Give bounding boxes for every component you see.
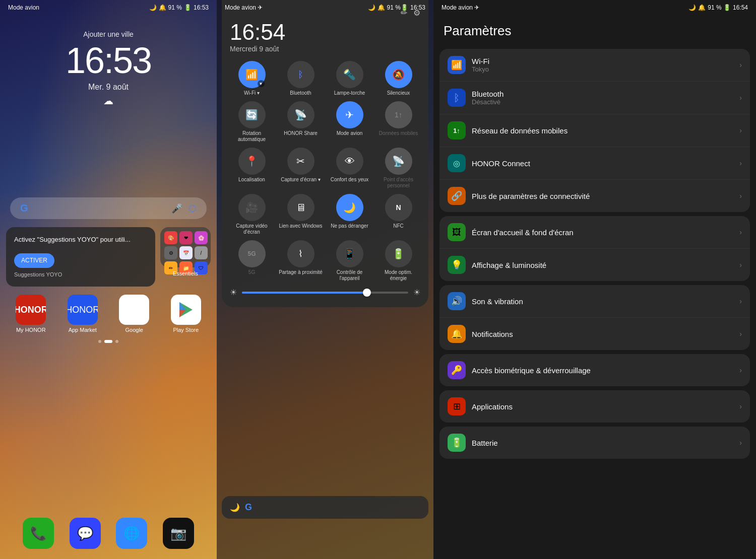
toggle-nfc[interactable]: N NFC — [376, 194, 420, 235]
settings-item-display[interactable]: 💡 Affichage & luminosité › — [439, 249, 750, 281]
toggle-hotspot[interactable]: 📡 Point d'accès personnel — [376, 148, 420, 189]
my-honor-label: My HONOR — [16, 327, 46, 333]
activate-button[interactable]: ACTIVER — [14, 253, 54, 268]
honor-connect-chevron-icon: › — [739, 159, 742, 167]
toggle-torch-circle: 🔦 — [336, 61, 363, 88]
play-store-icon — [177, 301, 195, 318]
wifi-arrow: ▼ — [258, 80, 265, 87]
my-honor-app[interactable]: HONOR My HONOR — [16, 295, 46, 333]
bell-icon: 🔔 — [159, 4, 166, 11]
toggle-record-label: Capture vidéo d'écran — [230, 223, 274, 235]
toggle-screen-record[interactable]: 🎥 Capture vidéo d'écran — [230, 194, 274, 235]
settings-item-mobile-data[interactable]: 1↑ Réseau de données mobiles › — [439, 114, 750, 147]
bluetooth-toggle-icon: ᛒ — [298, 69, 303, 80]
more-connectivity-chevron-icon: › — [739, 192, 742, 200]
toggle-dnd-circle: 🌙 — [336, 194, 363, 221]
dnd-icon: 🌙 — [343, 201, 356, 214]
settings-group-display: 🖼 Écran d'accueil & fond d'écran › 💡 Aff… — [439, 216, 750, 281]
display-label: Affichage & luminosité — [472, 261, 733, 269]
search-bar[interactable]: G 🎤 ⬡ — [10, 197, 207, 219]
display-chevron-icon: › — [739, 261, 742, 269]
toggle-wifi[interactable]: 📶 ▼ Wi-Fi ▾ — [230, 61, 274, 96]
toggle-device-control[interactable]: 📱 Contrôle de l'appareil — [328, 240, 371, 282]
wifi-value: Tokyo — [472, 65, 733, 73]
toggle-nfc-circle: N — [385, 194, 412, 221]
notifications-content: Notifications — [472, 330, 733, 338]
settings-item-wifi[interactable]: 📶 Wi-Fi Tokyo › — [439, 49, 750, 82]
settings-item-battery[interactable]: 🔋 Batterie › — [439, 427, 750, 459]
settings-item-apps[interactable]: ⊞ Applications › — [439, 390, 750, 423]
toggle-airplane-label: Mode avion — [337, 130, 363, 136]
toggle-bluetooth-circle: ᛒ — [287, 61, 314, 88]
moon-icon: 🌙 — [149, 4, 157, 11]
toggle-silent-circle: 🔕 — [385, 61, 412, 88]
wifi-label: Wi-Fi — [472, 57, 733, 65]
wifi-content: Wi-Fi Tokyo — [472, 57, 733, 73]
settings-item-honor-connect[interactable]: ◎ HONOR Connect › — [439, 147, 750, 180]
essentials-folder[interactable]: 🎨 ❤ 🌸 ⚙ 📅 / ✏ 📁 🛡 — [160, 227, 211, 267]
notifications-label: Notifications — [472, 330, 733, 338]
app-market-label: App Market — [69, 327, 97, 333]
battery-settings-icon: 🔋 — [448, 434, 466, 452]
settings-item-bluetooth[interactable]: ᛒ Bluetooth Désactivé › — [439, 82, 750, 114]
toggle-power-circle: 🔋 — [385, 240, 412, 267]
voice-search-icon[interactable]: 🎤 — [171, 203, 182, 214]
google-app[interactable]: Google — [119, 295, 149, 333]
toggle-torch[interactable]: 🔦 Lampe-torche — [328, 61, 371, 96]
settings-item-notifications[interactable]: 🔔 Notifications › — [439, 318, 750, 350]
windows-icon: 🖥 — [296, 202, 306, 214]
toggle-torch-label: Lampe-torche — [334, 90, 365, 96]
brightness-high-icon: ☀ — [413, 288, 420, 297]
settings-item-sound[interactable]: 🔊 Son & vibration › — [439, 285, 750, 318]
toggle-airplane[interactable]: ✈ Mode avion — [328, 101, 371, 143]
toggle-dnd[interactable]: 🌙 Ne pas déranger — [328, 194, 371, 235]
toggle-eye-comfort[interactable]: 👁 Confort des yeux — [328, 148, 371, 189]
toggle-windows-link[interactable]: 🖥 Lien avec Windows — [279, 194, 323, 235]
toggle-nearby[interactable]: ⌇ Partage à proximité — [279, 240, 323, 282]
toggle-data[interactable]: 1↑ Données mobiles — [376, 101, 420, 143]
toggle-silent[interactable]: 🔕 Silencieux — [376, 61, 420, 96]
app-market-app[interactable]: HONOR App Market — [68, 295, 98, 333]
notifications-chevron-icon: › — [739, 330, 742, 338]
biometric-chevron-icon: › — [739, 366, 742, 374]
bluetooth-value: Désactivé — [472, 98, 733, 106]
page-dots — [0, 340, 217, 343]
toggle-power-mode[interactable]: 🔋 Mode optim. énergie — [376, 240, 420, 282]
settings-item-home-screen[interactable]: 🖼 Écran d'accueil & fond d'écran › — [439, 216, 750, 249]
apps-icon: ⊞ — [448, 397, 466, 415]
toggle-device-label: Contrôle de l'appareil — [328, 269, 371, 282]
messages-dock-app[interactable]: 💬 — [70, 518, 101, 549]
power-icon: 🔋 — [392, 248, 405, 260]
settings-item-biometric[interactable]: 🔑 Accès biométrique & déverrouillage › — [439, 354, 750, 386]
phone-dock-app[interactable]: 📞 — [23, 518, 54, 549]
folder-app-1: 🎨 — [164, 231, 177, 244]
sound-content: Son & vibration — [472, 297, 733, 306]
toggle-eye-circle: 👁 — [336, 148, 363, 175]
my-honor-icon: HONOR — [16, 305, 46, 315]
messages-icon: 💬 — [77, 526, 93, 541]
toggle-5g[interactable]: 5G 5G — [230, 240, 274, 282]
moon-small-icon: 🌙 — [230, 503, 240, 512]
toggle-hotspot-label: Point d'accès personnel — [376, 177, 420, 189]
data-icon: 1↑ — [395, 111, 402, 119]
bluetooth-chevron-icon: › — [739, 94, 742, 102]
toggle-rotation-circle: 🔄 — [238, 101, 266, 128]
brightness-slider[interactable] — [242, 292, 408, 294]
camera-dock-app[interactable]: 📷 — [163, 518, 194, 549]
rotation-icon: 🔄 — [245, 109, 258, 121]
toggle-honor-share[interactable]: 📡 HONOR Share — [279, 101, 323, 143]
toggle-screenshot-circle: ✂ — [287, 148, 314, 175]
notif-mode-avion: Mode avion ✈ — [225, 4, 263, 11]
toggle-location[interactable]: 📍 Localisation — [230, 148, 274, 189]
home-screen: Mode avion 🌙 🔔 91 % 🔋 16:53 Ajouter une … — [0, 0, 217, 559]
yoyo-label: Suggestions YOYO — [14, 271, 147, 278]
toggle-bluetooth[interactable]: ᛒ Bluetooth — [279, 61, 323, 96]
settings-item-more-connectivity[interactable]: 🔗 Plus de paramètres de connectivité › — [439, 180, 750, 212]
bottom-notification-bar[interactable]: 🌙 G — [222, 496, 428, 519]
lens-search-icon[interactable]: ⬡ — [188, 203, 197, 214]
play-store-app[interactable]: Play Store — [171, 295, 201, 333]
toggle-rotation[interactable]: 🔄 Rotation automatique — [230, 101, 274, 143]
toggle-wifi-label: Wi-Fi ▾ — [244, 90, 260, 96]
toggle-screenshot[interactable]: ✂ Capture d'écran ▾ — [279, 148, 323, 189]
chrome-dock-app[interactable]: 🌐 — [116, 518, 147, 549]
